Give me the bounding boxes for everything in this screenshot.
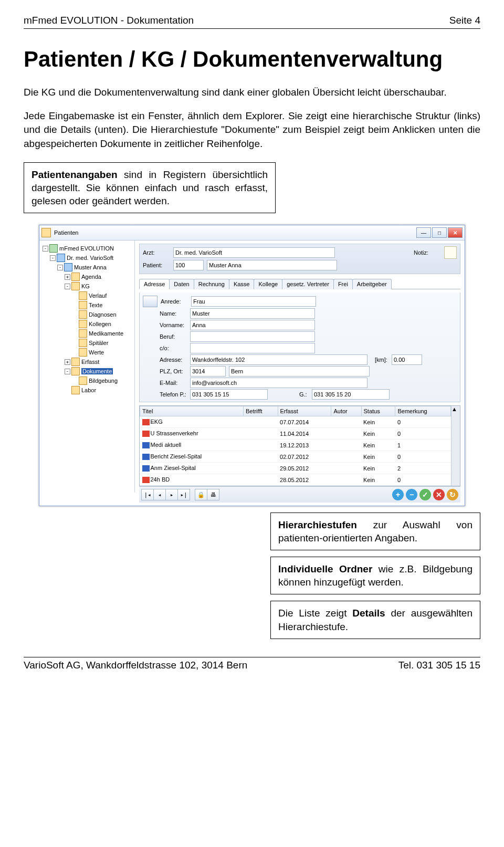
table-row[interactable]: 24h BD28.05.2012Kein0 [140, 474, 451, 486]
collapse-icon[interactable]: - [57, 265, 63, 270]
ort-field[interactable]: Bern [229, 366, 370, 377]
vorname-field[interactable]: Anna [190, 320, 315, 330]
beruf-label: Beruf: [160, 333, 190, 340]
pdf-file-icon [142, 419, 150, 425]
tab-kollege[interactable]: Kollege [254, 279, 282, 289]
remove-button[interactable]: − [406, 489, 417, 500]
window-titlebar[interactable]: Patienten — □ ✕ [39, 225, 465, 240]
folder-icon [79, 377, 87, 385]
patient-name-field[interactable]: Muster Anna [207, 260, 337, 270]
patient-label: Patient: [143, 262, 173, 268]
note-icon[interactable] [444, 246, 457, 259]
cancel-button[interactable]: ✕ [433, 489, 445, 500]
tree-node-label: Dr. med. VarioSoft [67, 255, 113, 261]
minimize-button[interactable]: — [416, 227, 431, 238]
tree-node-label: KG [81, 283, 90, 289]
doc-file-icon [142, 454, 150, 460]
column-header[interactable]: Bemerkung [395, 406, 451, 416]
close-button[interactable]: ✕ [448, 227, 463, 238]
envelope-icon[interactable] [143, 296, 158, 307]
tree-node-werte[interactable]: Werte [43, 348, 133, 357]
tree-node-muster-anna[interactable]: -Muster Anna [43, 263, 133, 272]
window-title: Patienten [54, 229, 415, 236]
table-row[interactable]: Anm Ziesel-Spital29.05.2012Kein2 [140, 463, 451, 474]
anrede-field[interactable]: Frau [191, 296, 316, 307]
tab-rechnung[interactable]: Rechnung [194, 279, 229, 289]
km-field[interactable]: 0.00 [392, 354, 422, 365]
table-row[interactable]: EKG07.07.2014Kein0 [140, 416, 451, 428]
tab-gesetz-vertreter[interactable]: gesetz. Vertreter [282, 279, 334, 289]
telp-field[interactable]: 031 305 15 15 [190, 389, 268, 400]
tree-node-spit-ler[interactable]: Spitäler [43, 338, 133, 348]
callout-hierarchiestufen: Hierarchiestufen zur Auswahl von patient… [270, 513, 480, 550]
confirm-button[interactable]: ✓ [419, 489, 431, 500]
tree-node-kollegen[interactable]: Kollegen [43, 319, 133, 329]
grid-scrollbar[interactable]: ▲ [451, 406, 460, 486]
column-header[interactable]: Erfasst [278, 406, 331, 416]
arzt-field[interactable]: Dr. med. VarioSoft [173, 247, 335, 258]
adresse-field[interactable]: Wankdorffeldstr. 102 [190, 354, 368, 365]
column-header[interactable]: Status [361, 406, 395, 416]
nav-first-button[interactable]: |◂ [141, 489, 154, 500]
tree-node-kg[interactable]: -KG [43, 281, 133, 291]
add-button[interactable]: + [392, 489, 404, 500]
tree-node-label: Diagnosen [89, 311, 117, 318]
maximize-button[interactable]: □ [432, 227, 447, 238]
column-header[interactable]: Titel [140, 406, 244, 416]
expand-icon[interactable]: + [65, 274, 70, 280]
tree-node-bildgebung[interactable]: Bildgebung [43, 376, 133, 385]
tree-node-diagnosen[interactable]: Diagnosen [43, 310, 133, 319]
lock-toggle-icon[interactable]: 🔒 [195, 489, 207, 500]
name-label: Name: [160, 310, 190, 317]
callout-details-liste: Die Liste zeigt Details der ausge­wählte… [270, 601, 480, 639]
tree-node-dr-med-variosoft[interactable]: -Dr. med. VarioSoft [43, 253, 133, 263]
beruf-field[interactable] [190, 331, 315, 342]
tree-node-label: Werte [89, 349, 104, 355]
table-row[interactable]: U Strassenverkehr11.04.2014Kein0 [140, 428, 451, 440]
collapse-icon[interactable]: - [43, 246, 48, 252]
collapse-icon[interactable]: - [65, 369, 70, 374]
tree-node-agenda[interactable]: +Agenda [43, 272, 133, 281]
email-field[interactable]: info@variosoft.ch [190, 378, 368, 388]
patient-id-field[interactable]: 100 [173, 260, 204, 270]
tree-node-label: Labor [81, 387, 96, 393]
collapse-icon[interactable]: - [65, 284, 70, 289]
nav-prev-button[interactable]: ◂ [153, 489, 166, 500]
folder-icon [71, 358, 80, 366]
column-header[interactable]: Betrifft [243, 406, 278, 416]
table-row[interactable]: Medi aktuell19.12.2013Kein1 [140, 440, 451, 451]
tab-kasse[interactable]: Kasse [229, 279, 255, 289]
nav-next-button[interactable]: ▸ [165, 489, 178, 500]
tree-node-labor[interactable]: Labor [43, 385, 133, 395]
table-row[interactable]: Bericht Ziesel-Spital02.07.2012Kein0 [140, 451, 451, 463]
tab-strip: AdresseDatenRechnungKasseKollegegesetz. … [139, 278, 460, 289]
tree-node-mfmed-evolution[interactable]: -mFmed EVOLUTION [43, 244, 133, 253]
tab-arbeitgeber[interactable]: Arbeitgeber [352, 279, 392, 289]
window-app-icon [41, 228, 51, 237]
telg-label: G.: [299, 391, 312, 398]
plz-field[interactable]: 3014 [190, 366, 226, 377]
navigation-tree[interactable]: -mFmed EVOLUTION-Dr. med. VarioSoft-Must… [39, 240, 135, 493]
arzt-label: Arzt: [143, 249, 173, 256]
tab-adresse[interactable]: Adresse [139, 279, 170, 289]
collapse-icon[interactable]: - [50, 255, 56, 261]
tree-node-erfasst[interactable]: +Erfasst [43, 357, 133, 367]
documents-grid[interactable]: TitelBetrifftErfasstAutorStatusBemerkung… [139, 405, 460, 486]
page-header: mFmed EVOLUTION - Dokumentation Seite 4 [24, 15, 480, 29]
tree-node-medikamente[interactable]: Medikamente [43, 329, 133, 338]
tree-node-texte[interactable]: Texte [43, 300, 133, 310]
column-header[interactable]: Autor [331, 406, 361, 416]
telg-field[interactable]: 031 305 15 20 [312, 389, 390, 400]
print-button[interactable]: 🖶 [207, 489, 219, 500]
folder-icon [79, 339, 87, 347]
name-field[interactable]: Muster [190, 308, 315, 319]
tab-frei[interactable]: Frei [333, 279, 353, 289]
tab-daten[interactable]: Daten [169, 279, 194, 289]
tree-node-verlauf[interactable]: Verlauf [43, 291, 133, 300]
tree-node-dokumente[interactable]: -Dokumente [43, 367, 133, 376]
co-field[interactable] [190, 343, 315, 353]
refresh-button[interactable]: ↻ [447, 489, 458, 500]
nav-last-button[interactable]: ▸| [177, 489, 190, 500]
expand-icon[interactable]: + [65, 359, 70, 365]
folder-icon [71, 282, 80, 290]
